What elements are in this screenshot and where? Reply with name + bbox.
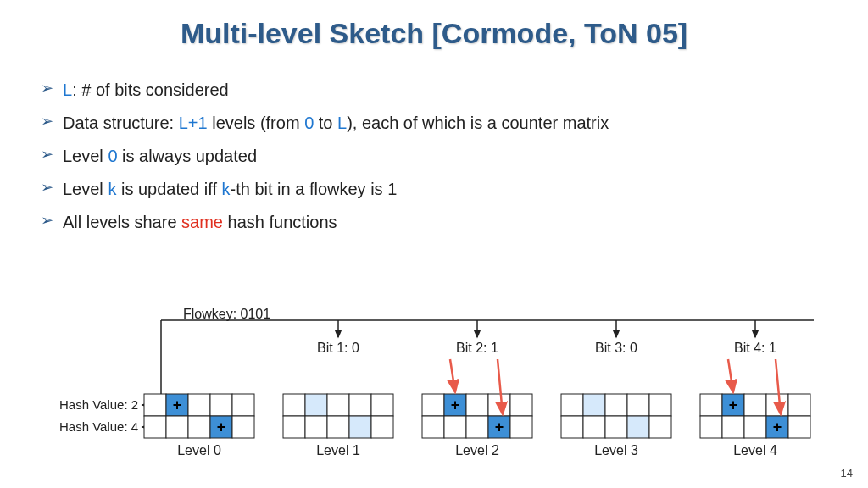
page-number: 14 [841, 467, 853, 480]
grid-cell [349, 416, 371, 438]
b2-zero: 0 [304, 114, 314, 132]
bit-label: Bit 3: 0 [595, 341, 637, 355]
slide-title: Multi-level Sketch [Cormode, ToN 05] [0, 17, 868, 50]
bullet-3: Level 0 is always updated [41, 140, 868, 173]
grid-cell [371, 416, 393, 438]
hash-label-2: Hash Value: 4 [59, 419, 138, 434]
hash-label-1: Hash Value: 2 [59, 397, 138, 412]
b3-p2: is always updated [118, 147, 258, 165]
b4-p2: is updated iff [116, 180, 221, 198]
b5-p2: hash functions [223, 213, 337, 231]
bullet-4: Level k is updated iff k-th bit in a flo… [41, 173, 868, 206]
plus-icon: + [451, 396, 460, 413]
b2-p2: levels (from [208, 114, 304, 132]
bullet-2: Data structure: L+1 levels (from 0 to L)… [41, 107, 868, 140]
bullet-1-L: L [63, 80, 72, 99]
plus-icon: + [217, 419, 226, 435]
plus-icon: + [495, 419, 504, 435]
b4-k: k [108, 180, 116, 198]
grid-cell [210, 394, 232, 416]
grid-cell [583, 416, 605, 438]
b2-p4: ), each of which is a counter matrix [347, 114, 609, 132]
grid-cell [444, 416, 466, 438]
grid-cell [422, 394, 444, 416]
grid-cell [561, 394, 583, 416]
grid-cell [627, 416, 649, 438]
grid-cell [166, 416, 188, 438]
b3-zero: 0 [108, 147, 117, 165]
level-label: Level 0 [177, 443, 221, 458]
bit-label: Bit 4: 1 [734, 341, 776, 355]
grid-cell [466, 416, 488, 438]
grid-cell [649, 394, 671, 416]
bullet-1: L: # of bits considered [41, 74, 868, 107]
grid-cell [700, 394, 722, 416]
grid-cell [422, 416, 444, 438]
grid-cell [744, 416, 766, 438]
grid-cell [627, 394, 649, 416]
grid-cell [510, 416, 532, 438]
grid-cell [722, 416, 744, 438]
grid-cell [510, 394, 532, 416]
grid-cell [232, 416, 254, 438]
b4-p3: -th bit in a flowkey is 1 [231, 180, 398, 198]
bullet-1-rest: : # of bits considered [72, 80, 229, 99]
grid-cell [466, 394, 488, 416]
grid-cell [283, 416, 305, 438]
grid-cell [700, 416, 722, 438]
grid-cell [788, 394, 810, 416]
grid-cell [583, 394, 605, 416]
b5-same: same [181, 213, 223, 231]
bullet-5: All levels share same hash functions [41, 206, 868, 239]
update-arrow [728, 359, 733, 392]
grid-cell [371, 394, 393, 416]
grid-cell [305, 416, 327, 438]
bit-label: Bit 2: 1 [456, 341, 498, 355]
flowkey-label: Flowkey: 0101 [183, 307, 270, 321]
b2-Lp1: L+1 [179, 114, 208, 132]
grid-cell [283, 394, 305, 416]
grid-cell [605, 416, 627, 438]
grid-cell [349, 394, 371, 416]
b3-p1: Level [63, 147, 108, 165]
b4-k2: k [222, 180, 231, 198]
grid-cell [649, 416, 671, 438]
grid-cell [766, 394, 788, 416]
b4-p1: Level [63, 180, 108, 198]
grid-cell [232, 394, 254, 416]
grid-cell [488, 394, 510, 416]
grid-cell [788, 416, 810, 438]
b2-p1: Data structure: [63, 114, 179, 132]
grid-cell [744, 394, 766, 416]
grid-cell [188, 394, 210, 416]
b2-p3: to [314, 114, 337, 132]
grid-cell [144, 394, 166, 416]
level-label: Level 2 [455, 443, 499, 458]
grid-cell [327, 394, 349, 416]
level-label: Level 3 [594, 443, 638, 458]
b2-L: L [337, 114, 347, 132]
plus-icon: + [173, 396, 182, 413]
bit-label: Bit 1: 0 [317, 341, 359, 355]
grid-cell [561, 416, 583, 438]
grid-cell [188, 416, 210, 438]
plus-icon: + [773, 419, 782, 435]
grid-cell [327, 416, 349, 438]
sketch-diagram: Flowkey: 0101Hash Value: 2Hash Value: 4+… [0, 305, 868, 474]
update-arrow [450, 359, 455, 392]
grid-cell [305, 394, 327, 416]
plus-icon: + [729, 396, 738, 413]
level-label: Level 4 [733, 443, 777, 458]
bullet-list: L: # of bits considered Data structure: … [41, 74, 868, 239]
grid-cell [144, 416, 166, 438]
level-label: Level 1 [316, 443, 360, 458]
grid-cell [605, 394, 627, 416]
b5-p1: All levels share [63, 213, 181, 231]
